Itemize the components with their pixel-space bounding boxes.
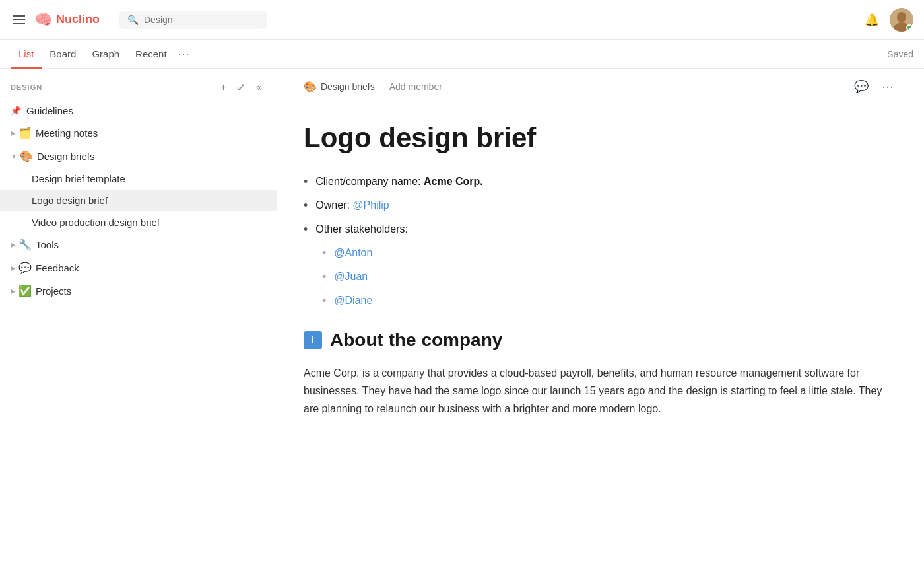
topbar: 🧠 Nuclino 🔍 🔔 <box>0 0 924 40</box>
logo-icon: 🧠 <box>34 11 52 28</box>
sidebar-item-label: Logo design brief <box>32 195 266 206</box>
list-item: Owner: @Philip <box>304 198 898 215</box>
section-heading: i About the company <box>304 330 898 351</box>
chevron-down-icon: ▼ <box>11 153 17 160</box>
hamburger-button[interactable] <box>11 13 28 27</box>
online-indicator <box>906 24 913 31</box>
list-item-text: Owner: @Philip <box>315 198 389 213</box>
list-item: Other stakeholders: <box>304 221 898 238</box>
sidebar-item-label: Guidelines <box>26 105 266 116</box>
sidebar-item-tools[interactable]: ▶ 🔧 Tools <box>0 233 277 256</box>
body-text: Acme Corp. is a company that provides a … <box>304 364 898 418</box>
tab-recent[interactable]: Recent <box>127 40 175 69</box>
sidebar-item-label: Projects <box>36 285 255 297</box>
feedback-icon: 💬 <box>18 262 32 274</box>
comments-button[interactable]: 💬 <box>850 78 873 95</box>
info-badge: i <box>304 331 322 349</box>
sidebar-item-guidelines[interactable]: 📌 Guidelines <box>0 100 277 122</box>
mention-diane[interactable]: @Diane <box>334 293 372 308</box>
list-item-text: Client/company name: Acme Corp. <box>315 174 482 190</box>
tab-board[interactable]: Board <box>42 40 84 69</box>
expand-sidebar-button[interactable]: ⤢ <box>233 79 249 94</box>
list-item-text: Other stakeholders: <box>315 221 408 237</box>
sidebar-item-logo-design-brief[interactable]: Logo design brief <box>0 190 277 211</box>
projects-icon: ✅ <box>18 285 32 297</box>
breadcrumb: 🎨 Design briefs Add member <box>304 81 850 93</box>
sidebar-item-meeting-notes[interactable]: ▶ 🗂️ Meeting notes <box>0 122 277 145</box>
saved-status: Saved <box>887 49 913 59</box>
topbar-left: 🧠 Nuclino 🔍 <box>11 11 267 29</box>
tab-graph[interactable]: Graph <box>84 40 127 69</box>
sidebar-item-label: Video production design brief <box>32 217 266 228</box>
sidebar-header: DESIGN + ⤢ « <box>0 69 277 100</box>
mention-philip[interactable]: @Philip <box>352 199 389 211</box>
chevron-right-icon: ▶ <box>11 129 16 137</box>
chevron-right-icon: ▶ <box>11 264 16 271</box>
sidebar-item-design-brief-template[interactable]: Design brief template <box>0 168 277 190</box>
mention-anton[interactable]: @Anton <box>334 245 372 261</box>
content-actions: 💬 ⋯ <box>850 78 898 95</box>
tab-more-button[interactable]: ⋯ <box>178 47 189 61</box>
chevron-right-icon: ▶ <box>11 287 16 295</box>
search-icon: 🔍 <box>127 15 139 25</box>
breadcrumb-icon: 🎨 <box>304 81 317 93</box>
sidebar-item-label: Meeting notes <box>36 127 255 139</box>
sidebar-item-video-production[interactable]: Video production design brief <box>0 211 277 233</box>
sidebar-item-feedback[interactable]: ▶ 💬 Feedback <box>0 256 277 279</box>
pin-icon: 📌 <box>11 106 21 116</box>
list-item: @Juan <box>304 269 898 286</box>
content-body: Logo design brief Client/company name: A… <box>277 102 924 458</box>
breadcrumb-text[interactable]: Design briefs <box>321 81 375 92</box>
content-header: 🎨 Design briefs Add member 💬 ⋯ <box>277 69 924 102</box>
search-input[interactable] <box>144 15 259 25</box>
list-item: @Diane <box>304 293 898 310</box>
add-member-button[interactable]: Add member <box>389 81 442 92</box>
main-layout: DESIGN + ⤢ « 📌 Guidelines ▶ 🗂️ Meeting n… <box>0 69 924 578</box>
sidebar-item-design-briefs[interactable]: ▼ 🎨 Design briefs <box>0 145 277 168</box>
avatar[interactable] <box>890 8 913 32</box>
svg-point-1 <box>897 12 906 22</box>
search-area[interactable]: 🔍 <box>119 11 267 29</box>
topbar-right: 🔔 <box>865 8 913 32</box>
add-item-button[interactable]: + <box>216 79 230 94</box>
logo[interactable]: 🧠 Nuclino <box>34 11 100 28</box>
meeting-notes-icon: 🗂️ <box>18 127 32 139</box>
logo-text: Nuclino <box>56 13 100 26</box>
company-name: Acme Corp. <box>424 176 483 187</box>
sidebar-item-label: Design briefs <box>37 151 255 162</box>
sidebar-item-label: Design brief template <box>32 173 266 184</box>
tab-list[interactable]: List <box>11 40 42 69</box>
tools-icon: 🔧 <box>18 238 32 251</box>
sidebar-item-label: Feedback <box>36 262 255 273</box>
list-item: Client/company name: Acme Corp. <box>304 174 898 191</box>
sidebar-title: DESIGN <box>11 83 216 91</box>
sidebar-actions: + ⤢ « <box>216 79 266 94</box>
document-title: Logo design brief <box>304 122 898 154</box>
bullet-list: Client/company name: Acme Corp. Owner: @… <box>304 174 898 310</box>
sidebar-item-label: Tools <box>36 239 255 250</box>
list-item: @Anton <box>304 245 898 262</box>
mention-juan[interactable]: @Juan <box>334 269 368 285</box>
section-heading-text: About the company <box>330 330 502 351</box>
sidebar-item-projects[interactable]: ▶ ✅ Projects <box>0 279 277 303</box>
sidebar: DESIGN + ⤢ « 📌 Guidelines ▶ 🗂️ Meeting n… <box>0 69 277 578</box>
more-options-button[interactable]: ⋯ <box>878 78 898 95</box>
chevron-right-icon: ▶ <box>11 241 16 248</box>
notification-bell-button[interactable]: 🔔 <box>865 13 879 27</box>
design-briefs-icon: 🎨 <box>20 150 33 163</box>
tabbar: List Board Graph Recent ⋯ Saved <box>0 40 924 69</box>
content-area: 🎨 Design briefs Add member 💬 ⋯ Logo desi… <box>277 69 924 578</box>
collapse-sidebar-button[interactable]: « <box>252 79 266 94</box>
